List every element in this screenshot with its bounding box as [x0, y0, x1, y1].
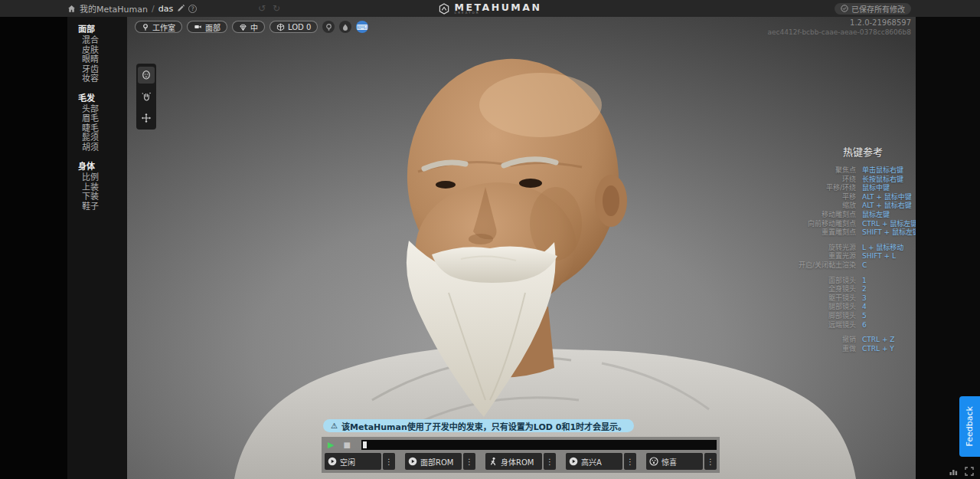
- clip-happy-menu[interactable]: ⋮: [624, 453, 636, 470]
- hotkey-label: 重做: [732, 345, 856, 354]
- clay-render-button[interactable]: [339, 21, 351, 33]
- help-icon[interactable]: ?: [188, 5, 197, 13]
- hotkey-label: 平移: [732, 193, 856, 202]
- version-info: 1.2.0-21968597 aec4412f-bcbb-caae-aeae-0…: [768, 18, 911, 37]
- hotkey-value: 单击鼠标右键: [862, 166, 916, 176]
- stats-button[interactable]: [949, 467, 959, 476]
- clip-body-rom-button[interactable]: 身体ROM: [485, 453, 542, 470]
- hotkey-label: 撤销: [732, 336, 856, 345]
- metahuman-logo: METAHUMAN CREATOR: [439, 0, 542, 17]
- hotkey-label: 聚焦点: [732, 166, 856, 176]
- hotkey-value: L + 鼠标移动: [862, 244, 916, 253]
- breadcrumb-root[interactable]: 我的MetaHuman: [80, 2, 148, 15]
- edit-name-icon[interactable]: [177, 5, 185, 12]
- feedback-label: Feedback: [965, 406, 975, 446]
- hotkey-label: 环绕: [732, 176, 856, 185]
- clip-surprise-button[interactable]: 惊喜: [646, 453, 703, 470]
- sidebar-item-mustache[interactable]: 髭须: [67, 133, 127, 143]
- studio-label: 工作室: [152, 21, 175, 33]
- move-blend-tool[interactable]: [138, 88, 155, 105]
- hotkey-label: 移动雕刻点: [732, 211, 856, 220]
- hotkey-label: 躯干镜头: [732, 294, 856, 303]
- surprise-face-icon: [649, 457, 658, 466]
- play-button[interactable]: ▶: [328, 441, 334, 449]
- clip-face-rom: 面部ROM ⋮: [405, 453, 475, 470]
- sculpt-tool-palette: [136, 64, 156, 130]
- hotkey-label: 重置光源: [732, 252, 856, 261]
- sidebar-item-bottom-clothing[interactable]: 下装: [67, 192, 127, 202]
- clip-label: 面部ROM: [420, 456, 453, 468]
- hotkey-value: SHIFT + 鼠标左键: [862, 228, 916, 238]
- clip-face-rom-menu[interactable]: ⋮: [463, 453, 475, 470]
- clip-body-rom: 身体ROM ⋮: [485, 453, 556, 470]
- hotkey-label: 腿部镜头: [732, 303, 856, 312]
- sidebar-item-eyes[interactable]: 眼睛: [67, 55, 127, 65]
- hotkey-value: 1: [862, 277, 916, 286]
- hand-icon: [141, 91, 152, 102]
- kebab-icon: ⋮: [546, 458, 554, 466]
- clip-idle: 空闲 ⋮: [325, 453, 395, 470]
- hotkey-value: SHIFT + L: [862, 252, 916, 261]
- hotkey-value: CTRL + Y: [862, 345, 916, 354]
- studio-button[interactable]: 工作室: [135, 21, 182, 33]
- clip-body-rom-menu[interactable]: ⋮: [544, 453, 556, 470]
- sidebar-item-blend[interactable]: 混合: [67, 36, 127, 46]
- translate-tool[interactable]: [138, 110, 155, 126]
- left-gutter: [0, 17, 67, 479]
- save-status-badge: 已保存所有修改: [835, 3, 911, 15]
- keyboard-icon: ⌨: [357, 23, 368, 31]
- hotkey-value: 4: [862, 303, 916, 312]
- quality-label: 中: [250, 21, 258, 33]
- clip-label: 身体ROM: [501, 456, 534, 468]
- sidebar-section-body: 身体: [67, 162, 127, 172]
- clip-face-rom-button[interactable]: 面部ROM: [405, 453, 462, 470]
- fullscreen-button[interactable]: [965, 467, 974, 476]
- clip-surprise-menu[interactable]: ⋮: [704, 453, 717, 470]
- playhead[interactable]: [363, 441, 367, 448]
- logo-title: METAHUMAN: [455, 3, 542, 11]
- lod-button[interactable]: LOD 0: [270, 21, 318, 33]
- hotkey-label: 开启/关闭黏土渲染: [732, 261, 856, 271]
- clip-label: 惊喜: [662, 456, 677, 468]
- sidebar-item-shoes[interactable]: 鞋子: [67, 202, 127, 212]
- clip-happy: 高兴A ⋮: [566, 453, 636, 470]
- redo-icon[interactable]: ↻: [273, 3, 280, 14]
- quality-button[interactable]: 中: [232, 21, 265, 33]
- hotkey-value: 3: [862, 294, 916, 303]
- hotkey-label: 平移/环绕: [732, 184, 856, 193]
- viewport-toolbar: 工作室 面部 中 LOD 0: [135, 21, 368, 33]
- hotkey-value: CTRL + Z: [862, 336, 916, 345]
- stop-button[interactable]: ■: [343, 441, 350, 449]
- metahuman-hexagon-icon: [439, 3, 450, 15]
- hotkey-panel-toggle[interactable]: ⌨: [356, 21, 368, 33]
- lighting-button[interactable]: [322, 21, 335, 33]
- gem-icon: [239, 23, 247, 31]
- home-icon[interactable]: [67, 5, 76, 13]
- sidebar-item-makeup[interactable]: 妆容: [67, 74, 127, 84]
- corner-controls: [949, 467, 974, 476]
- sidebar-item-proportions[interactable]: 比例: [67, 173, 127, 183]
- timeline-scrubber[interactable]: [361, 440, 717, 450]
- sculpt-face-tool[interactable]: [138, 67, 155, 84]
- hotkey-value: 6: [862, 321, 916, 330]
- hotkey-value: CTRL + 鼠标左键: [862, 220, 916, 229]
- kebab-icon: ⋮: [626, 458, 634, 466]
- clip-idle-menu[interactable]: ⋮: [383, 453, 395, 470]
- hotkey-value: 长按鼠标右键: [862, 176, 916, 185]
- feedback-tab[interactable]: Feedback: [959, 396, 980, 457]
- hotkey-group-cameras: 面部镜头1 全身镜头2 躯干镜头3 腿部镜头4 脚部镜头5 远端镜头6: [732, 277, 916, 330]
- viewport-3d[interactable]: 1.2.0-21968597 aec4412f-bcbb-caae-aeae-0…: [127, 17, 916, 479]
- clip-happy-button[interactable]: 高兴A: [566, 453, 622, 470]
- lod-cube-icon: [276, 23, 285, 31]
- hotkey-value: 鼠标左键: [862, 211, 916, 220]
- play-circle-icon: [408, 457, 417, 466]
- sidebar-item-eyebrows[interactable]: 眉毛: [67, 114, 127, 124]
- hotkey-group-lighting: 旋转光源L + 鼠标移动 重置光源SHIFT + L 开启/关闭黏土渲染C: [732, 244, 916, 271]
- sculpt-face-icon: [141, 70, 152, 80]
- undo-icon[interactable]: ↺: [258, 3, 266, 14]
- breadcrumb: 我的MetaHuman / das ?: [67, 2, 197, 15]
- sidebar-item-beard[interactable]: 胡须: [67, 143, 127, 153]
- clip-idle-button[interactable]: 空闲: [325, 453, 381, 470]
- camera-preset-button[interactable]: 面部: [187, 21, 227, 33]
- warning-icon: ⚠: [331, 422, 338, 430]
